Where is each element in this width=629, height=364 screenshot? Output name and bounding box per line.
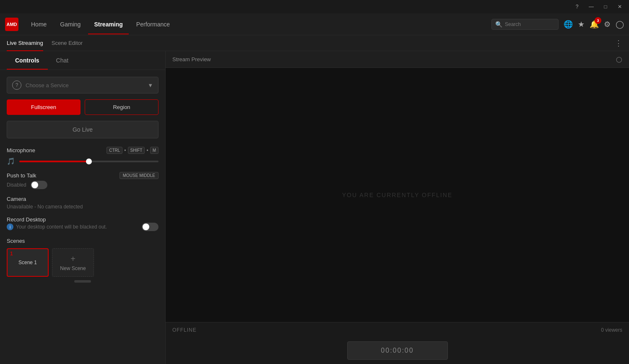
microphone-header: Microphone CTRL • SHIFT • M [7, 147, 159, 154]
search-icon: 🔍 [495, 21, 502, 28]
mouse-middle-badge: MOUSE MIDDLE [120, 172, 159, 179]
record-toggle-knob [143, 224, 149, 230]
microphone-section: Microphone CTRL • SHIFT • M 🎵 [7, 147, 159, 165]
service-placeholder: Choose a Service [26, 82, 143, 88]
microphone-slider-row: 🎵 [7, 157, 159, 165]
nav-performance[interactable]: Performance [130, 18, 176, 30]
notifications-icon[interactable]: 🔔 3 [590, 20, 599, 29]
notification-badge: 3 [595, 17, 601, 24]
toggle-knob [31, 182, 38, 188]
scenes-label: Scenes [7, 238, 159, 244]
subnav-live-streaming[interactable]: Live Streaming [7, 35, 43, 51]
scene-name: Scene 1 [18, 260, 37, 265]
scroll-handle [74, 280, 91, 283]
preview-settings-icon[interactable]: ◯ [616, 56, 622, 62]
offline-message: YOU ARE CURRENTLY OFFLINE [342, 192, 452, 198]
user-icon[interactable]: ◯ [616, 20, 624, 29]
service-dropdown[interactable]: ? Choose a Service ▼ [7, 77, 159, 94]
right-panel: Stream Preview ◯ YOU ARE CURRENTLY OFFLI… [166, 51, 629, 364]
microphone-label: Microphone [7, 147, 35, 153]
scene-item[interactable]: 1 Scene 1 [7, 248, 49, 277]
timer-row: 00:00:00 [166, 337, 629, 364]
ctrl-key: CTRL [107, 147, 122, 154]
subnav-more-icon[interactable]: ⋮ [615, 39, 622, 48]
push-to-talk-status: Disabled [7, 182, 26, 188]
preview-area: YOU ARE CURRENTLY OFFLINE [166, 68, 629, 322]
panel-tabs: Controls Chat [0, 51, 165, 70]
record-desktop-info: i Your desktop content will be blacked o… [7, 224, 107, 230]
push-to-talk-header: Push to Talk MOUSE MIDDLE [7, 172, 159, 179]
camera-label: Camera [7, 196, 26, 202]
info-icon: i [7, 224, 13, 230]
sub-nav: Live Streaming Scene Editor ⋮ [0, 35, 629, 51]
record-desktop-section: Record Desktop i Your desktop content wi… [7, 216, 159, 231]
tab-controls[interactable]: Controls [7, 51, 48, 70]
region-button[interactable]: Region [85, 99, 159, 115]
record-desktop-description: Your desktop content will be blacked out… [16, 224, 107, 230]
scene-number: 1 [10, 251, 13, 257]
nav-links: Home Gaming Streaming Performance [25, 18, 491, 30]
search-box[interactable]: 🔍 [491, 19, 559, 30]
maximize-button[interactable]: □ [600, 3, 611, 11]
new-scene-item[interactable]: + New Scene [52, 248, 94, 277]
record-desktop-label: Record Desktop [7, 216, 46, 223]
stream-timer: 00:00:00 [347, 341, 448, 360]
favorites-icon[interactable]: ★ [578, 20, 585, 29]
slider-thumb[interactable] [86, 159, 92, 164]
chevron-down-icon: ▼ [148, 82, 153, 88]
viewers-count: 0 viewers [601, 327, 622, 333]
search-input[interactable] [505, 21, 555, 27]
nav-home[interactable]: Home [25, 18, 52, 30]
main-content: Controls Chat ? Choose a Service ▼ Fulls… [0, 51, 629, 364]
scenes-grid: 1 Scene 1 + New Scene [7, 248, 159, 277]
record-desktop-toggle[interactable] [142, 223, 159, 231]
nav-bar: AMD Home Gaming Streaming Performance 🔍 … [0, 13, 629, 35]
microphone-slider[interactable] [19, 161, 159, 162]
push-to-talk-label: Push to Talk [7, 172, 36, 179]
camera-section: Camera Unavailable - No camera detected [7, 196, 159, 210]
nav-streaming[interactable]: Streaming [88, 18, 128, 30]
capture-buttons: Fullscreen Region [7, 99, 159, 115]
record-desktop-row: i Your desktop content will be blacked o… [7, 223, 159, 231]
close-button[interactable]: ✕ [614, 3, 626, 11]
scenes-section: Scenes 1 Scene 1 + New Scene [7, 238, 159, 283]
push-to-talk-toggle[interactable] [31, 181, 47, 189]
controls-content: ? Choose a Service ▼ Fullscreen Region G… [0, 70, 165, 364]
nav-right: 🔍 🌐 ★ 🔔 3 ⚙ ◯ [491, 19, 624, 30]
offline-status-badge: OFFLINE [172, 327, 197, 333]
mic-mute-icon[interactable]: 🎵 [7, 157, 15, 165]
preview-footer: OFFLINE 0 viewers [166, 322, 629, 337]
left-panel: Controls Chat ? Choose a Service ▼ Fulls… [0, 51, 166, 364]
go-live-button[interactable]: Go Live [7, 121, 159, 138]
window-controls: ? — □ ✕ [571, 3, 626, 11]
dot-icon-1: • [124, 148, 126, 153]
push-to-talk-section: Push to Talk MOUSE MIDDLE Disabled [7, 172, 159, 189]
preview-title: Stream Preview [172, 56, 211, 62]
camera-status: Unavailable - No camera detected [7, 204, 159, 210]
slider-fill [19, 161, 89, 162]
preview-header: Stream Preview ◯ [166, 51, 629, 68]
help-button[interactable]: ? [571, 3, 583, 11]
tab-chat[interactable]: Chat [48, 51, 77, 70]
service-question-icon: ? [12, 81, 21, 90]
amd-logo: AMD [5, 18, 18, 31]
new-scene-label: New Scene [60, 265, 86, 271]
microphone-hotkey: CTRL • SHIFT • M [107, 147, 159, 154]
settings-icon[interactable]: ⚙ [604, 20, 611, 29]
title-bar: ? — □ ✕ [0, 0, 629, 13]
subnav-scene-editor[interactable]: Scene Editor [52, 35, 83, 51]
fullscreen-button[interactable]: Fullscreen [7, 99, 81, 115]
nav-gaming[interactable]: Gaming [54, 18, 86, 30]
add-scene-icon: + [70, 254, 75, 264]
minimize-button[interactable]: — [585, 3, 597, 11]
shift-key: SHIFT [128, 147, 145, 154]
m-key: M [150, 147, 159, 154]
dot-icon-2: • [146, 148, 148, 153]
push-to-talk-toggle-row: Disabled [7, 181, 159, 189]
globe-icon[interactable]: 🌐 [564, 20, 573, 29]
